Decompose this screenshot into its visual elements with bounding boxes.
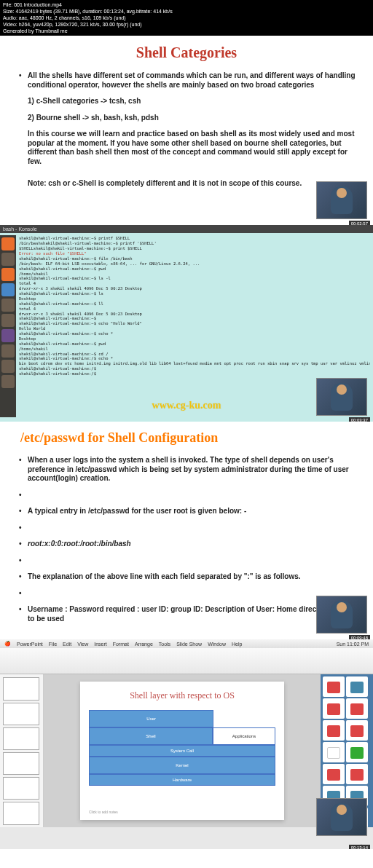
thumb-5[interactable] [3,777,39,800]
term-line: /bin/bash: ELF 64-bit LSB executable, x8… [19,261,370,267]
desktop-file[interactable]: Designing Oracle_re... [323,742,345,762]
thumb-1[interactable] [3,677,39,700]
thumb-4[interactable] [3,752,39,775]
files-icon[interactable] [1,253,15,266]
clock: Sun 11:02 PM [337,642,369,647]
term-line: shakil@shakil-virtual-machine:/$ [19,366,370,371]
app-icon-5[interactable] [1,360,15,373]
slide2-b4: The explanation of the above line with e… [15,572,358,582]
slide-thumbnails[interactable] [0,674,44,827]
terminal-title: bash - Konsole [0,225,373,233]
desktop-file[interactable]: 8 Linux Netstat Comm...less.pdf [346,698,368,719]
desktop-file[interactable]: 06_wb_shell_...rags.pdf [323,720,345,741]
thumb-2[interactable] [3,703,39,725]
term-line: drwxr-xr-x 3 shakil shakil 4096 Dec 5 00… [19,286,370,291]
slide2-b1: When a user logs into the system a shell… [15,456,358,484]
notes-placeholder[interactable]: Click to add notes [89,810,118,814]
slide2-empty [15,491,358,500]
term-line: shakil@shakil-virtual-machine:~$ ls -l [19,276,370,281]
desktop-file[interactable]: 10 Best Password Crackin...k.pdf [346,720,368,741]
menu-item[interactable]: Window [208,642,226,647]
meta-video: Video: h264, yuv420p, 1280x720, 321 kb/s… [3,21,370,28]
desktop-file[interactable]: 2015-16-HRA-claim-sh...8.xls [346,742,368,762]
term-line-error: Error: no such file "$SHELL" [19,251,370,256]
app-icon-3[interactable] [1,314,15,327]
mac-menubar[interactable]: 🍎 PowerPoint File Edit View Insert Forma… [0,639,373,648]
slide2-empty [15,589,358,599]
desktop-file[interactable]: Programming_vm...odi.pdf [323,764,345,784]
pp-slide-title: Shell layer with respect to OS [89,690,275,701]
box-hardware: Hardware [89,774,275,786]
meta-audio: Audio: aac, 48000 Hz, 2 channels, s16, 1… [3,15,370,21]
desktop-file[interactable]: 005_wip_shell... [323,676,345,697]
menu-item[interactable]: File [49,642,57,647]
menu-item[interactable]: Arrange [135,642,153,647]
webcam-overlay [316,596,367,634]
firefox-icon[interactable] [1,268,15,281]
meta-file: File: 001 Introduction.mp4 [3,1,370,8]
slide2-title: /etc/passwd for Shell Configuration [15,430,358,446]
term-line: shakil@shakil-virtual-machine:~$ echo "H… [19,321,370,326]
terminal-screenshot: bash - Konsole shakil@shakil-virtual-mac… [0,225,373,422]
ubuntu-launcher[interactable] [0,235,16,417]
app-icon-4[interactable] [1,344,15,358]
shell-layer-diagram: User Shell Applications System Call Kern… [89,710,275,786]
term-line: shakil@shakil-virtual-machine:~$ echo * [19,331,370,336]
webcam-overlay [316,181,367,219]
term-line: /bin/bashshakil@shakil-virtual-machine:~… [19,241,370,246]
slide2-b5: Username : Password required : user ID: … [15,605,358,623]
menu-item[interactable]: Edit [63,642,71,647]
term-line: $SHELLshakil@shakil-virtual-machine:~$ p… [19,246,370,251]
desktop-file[interactable]: webmin-master-umentati...2016.pdf [346,764,368,784]
slide-canvas[interactable]: Shell layer with respect to OS User Shel… [44,674,321,827]
pp-toolbar[interactable] [0,648,373,674]
menu-item[interactable]: Tools [159,642,170,647]
desktop-file[interactable]: 05_wb_Shell... [323,698,345,719]
slide1-csh-note: Note: csh or c-Shell is completely diffe… [15,179,358,189]
menu-item[interactable]: View [77,642,88,647]
term-line: shakil@shakil-virtual-machine:/$ [19,371,370,376]
terminal-icon[interactable] [1,329,15,342]
term-line: shakil@shakil-virtual-machine:/$ echo * [19,356,370,361]
slide-etc-passwd: /etc/passwd for Shell Configuration When… [0,422,373,639]
menu-item[interactable]: Format [113,642,129,647]
webcam-overlay [316,378,367,416]
app-icon-6[interactable] [1,375,15,388]
thumb-6[interactable] [3,802,39,824]
box-syscall: System Call [89,745,275,757]
menu-item[interactable]: Insert [94,642,107,647]
menu-item[interactable]: Help [232,642,242,647]
term-line: Desktop [19,296,370,301]
launcher-icon[interactable] [1,237,15,250]
term-line: shakil@shakil-virtual-machine:~$ ls [19,291,370,296]
term-line: total 4 [19,307,370,312]
current-slide[interactable]: Shell layer with respect to OS User Shel… [80,682,284,820]
apple-icon[interactable]: 🍎 [4,641,11,647]
timestamp-4: 00:13:14 [349,845,370,849]
term-line: /home/shakil [19,272,370,277]
slide2-b3: root:x:0:0:root:/root:/bin/bash [15,540,358,549]
term-line: shakil@shakil-virtual-machine:~$ file /b… [19,256,370,261]
slide1-line-c-shell: 1) c-Shell categories -> tcsh, csh [15,97,358,106]
menu-item[interactable]: Slide Show [176,642,202,647]
term-line: bin boot cdrom dev etc home initrd.img i… [19,361,370,366]
term-line: Hello World [19,326,370,331]
slide1-bash-note: In this course we will learn and practic… [15,130,358,166]
term-line: Desktop [19,336,370,342]
app-icon-2[interactable] [1,299,15,312]
slide1-title: Shell Categories [15,44,358,61]
term-line: /home/shakil [19,347,370,352]
desktop-file[interactable]: samsung [346,676,368,697]
term-line: shakil@shakil-virtual-machine:~$ pwd [19,267,370,272]
terminal-output[interactable]: shakil@shakil-virtual-machine:~$ printf … [0,233,373,379]
app-icon[interactable] [1,283,15,296]
watermark: www.cg-ku.com [152,400,221,411]
thumb-3[interactable] [3,727,39,750]
term-line: total 4 [19,281,370,286]
slide2-empty [15,524,358,533]
slide2-empty [15,556,358,566]
meta-generator: Generated by Thumbnail me [3,28,370,34]
box-shell: Shell [89,727,213,745]
menu-item[interactable]: PowerPoint [17,642,43,647]
video-metadata: File: 001 Introduction.mp4 Size: 4164241… [0,0,373,36]
